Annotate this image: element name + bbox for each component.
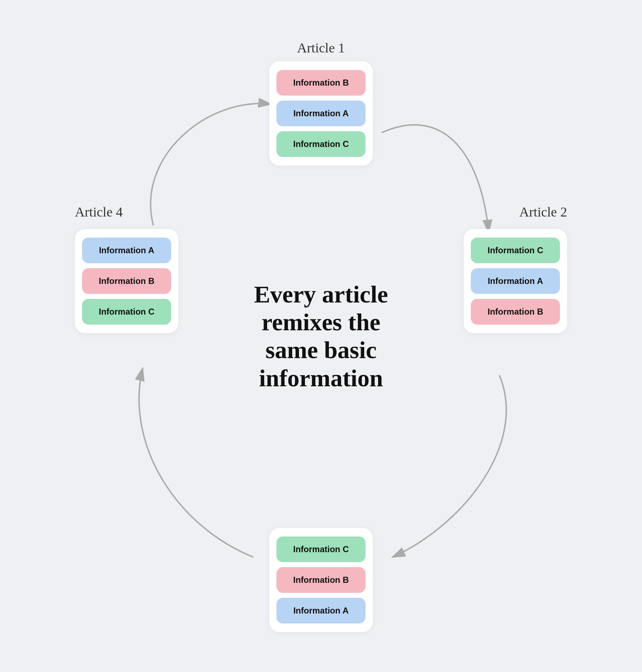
article2-pill-1: Information C [471,238,560,263]
center-text: Every article remixes the same basic inf… [239,280,403,392]
article3-pill-3: Information A [276,598,366,623]
diagram: Every article remixes the same basic inf… [71,33,571,639]
article4-pill-1: Information A [82,238,171,263]
article2-label: Article 2 [519,204,567,220]
article4-card: Information A Information B Information … [75,229,178,333]
article2-pill-3: Information B [471,299,560,325]
article1-pill-2: Information A [276,101,366,126]
article4-pill-3: Information C [82,299,171,325]
article3-pill-1: Information C [276,536,366,562]
article4-label: Article 4 [75,204,123,220]
article4-pill-2: Information B [82,268,171,294]
article1-label: Article 1 [297,40,345,56]
article2-pill-2: Information A [471,268,560,294]
article2-card: Information C Information A Information … [464,229,567,333]
article3-card: Information C Information B Information … [269,528,373,632]
article1-pill-3: Information C [276,131,366,157]
article3-pill-2: Information B [276,567,366,593]
article1-card: Information B Information A Information … [269,61,373,166]
article1-pill-1: Information B [276,70,366,96]
